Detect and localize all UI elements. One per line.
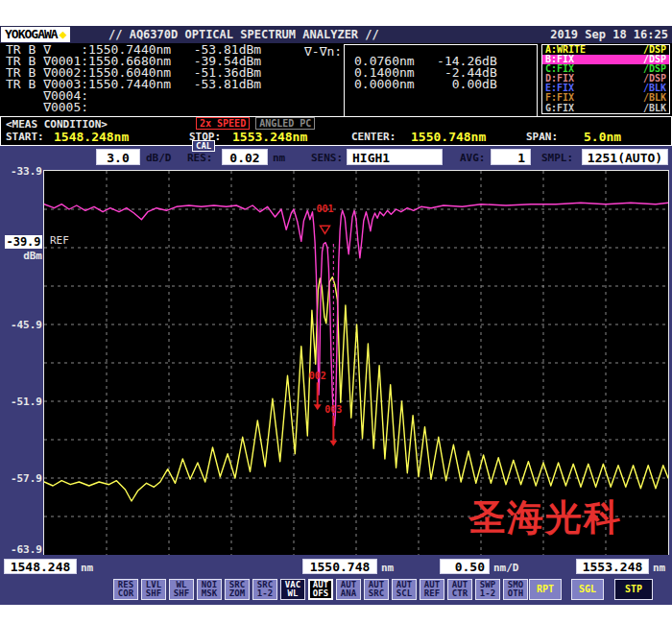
logo-text: YOKOGAWA — [5, 27, 58, 41]
softkey-noi-msk[interactable]: NOIMSK — [197, 579, 222, 600]
softkey-src-zom[interactable]: SRCZOM — [225, 579, 250, 600]
softkey-smo-oth[interactable]: SMOOTH — [503, 579, 528, 600]
meas-field-label: START: — [6, 131, 44, 143]
sweep-key-stp[interactable]: STP — [614, 579, 653, 600]
delta-marker-row: 0.0000nm 0.00dB — [345, 79, 537, 90]
marker-info-area: TR B ∇ :1550.7440nm -53.81dBmTR B ∇0001:… — [0, 43, 672, 117]
softkey-line: 1-2 — [476, 589, 499, 598]
softkey-line: REF — [420, 589, 444, 598]
softkey-line: CTR — [448, 589, 471, 598]
smpl-label: SMPL: — [541, 152, 573, 164]
softkey-line: ZOM — [226, 589, 249, 598]
bottom-bar: 1548.248 nm 1550.748 nm 0.50 nm/D 1553.2… — [0, 555, 672, 605]
x-stop-unit: nm — [653, 562, 665, 574]
softkey-wl-shf[interactable]: WLSHF — [169, 579, 194, 600]
meas-field-label: CENTER: — [351, 131, 396, 143]
x-scale-unit: nm/D — [493, 562, 519, 574]
trace-label: G:FIX — [545, 104, 574, 113]
softkey-aut-ctr[interactable]: AUTCTR — [447, 579, 472, 600]
softkey-src-1-2[interactable]: SRC1-2 — [252, 579, 277, 600]
cal-indicator: CAL — [192, 140, 215, 152]
marker-arrow-head-002 — [314, 404, 322, 410]
softkey-line: MSK — [198, 589, 221, 598]
level-scale-unit: dB/D — [146, 152, 172, 164]
softkey-vac-wl[interactable]: VACWL — [280, 579, 305, 600]
ref-level-box[interactable]: -39.9 — [5, 235, 42, 249]
delta-marker-box: 0.0760nm -14.26dB0.1400nm -2.44dB0.0000n… — [344, 44, 538, 124]
plot-region: -33.9 -39.9 dBm -45.9 -51.9 -57.9 -63.9 … — [0, 171, 672, 555]
softkey-line: SCL — [393, 589, 416, 598]
meas-condition-bar: <MEAS CONDITION> 2x SPEEDANGLED PC START… — [0, 116, 672, 146]
level-scale-field[interactable]: 3.0 — [96, 149, 140, 165]
x-scale-field[interactable]: 0.50 — [440, 559, 490, 574]
marker-triangle-001 — [321, 226, 330, 233]
osa-screen: YOKOGAWA◆ // AQ6370D OPTICAL SPECTRUM AN… — [0, 0, 672, 624]
y-tick: -51.9 — [0, 396, 42, 408]
badge-angled-pc: ANGLED PC — [255, 117, 315, 130]
page-title: // AQ6370D OPTICAL SPECTRUM ANALYZER // — [108, 28, 379, 41]
softkey-lvl-shf[interactable]: LVLSHF — [141, 579, 166, 600]
sens-field[interactable]: HIGH1 — [347, 149, 443, 165]
smpl-field[interactable]: 1251(AUTO) — [582, 149, 668, 165]
softkey-aut-ofs[interactable]: AUTOFS — [308, 579, 333, 600]
y-axis-unit: dBm — [0, 250, 42, 262]
avg-field[interactable]: 1 — [491, 149, 531, 165]
x-stop-field[interactable]: 1553.248 — [576, 559, 649, 574]
trace-status-panel: A:WRITE/DSPB:FIX/DSPC:FIX/DSPD:FIX/DSPE:… — [541, 44, 670, 114]
softkey-line: SRC — [365, 589, 388, 598]
sweep-key-rpt[interactable]: RPT — [529, 579, 562, 600]
status-badges: 2x SPEEDANGLED PC — [196, 117, 315, 130]
meas-field-value[interactable]: 1548.248nm — [54, 130, 129, 144]
settings-bar: 3.0 dB/D CAL RES: 0.02 nm SENS: HIGH1 AV… — [0, 146, 672, 171]
meas-field-label: SPAN: — [526, 131, 558, 143]
delta-marker-label: ∇-∇n: — [304, 44, 342, 59]
softkey-line: SHF — [142, 589, 165, 598]
avg-label: AVG: — [460, 152, 486, 164]
sweep-key-sgl[interactable]: SGL — [571, 579, 604, 600]
x-start-field[interactable]: 1548.248 — [4, 559, 77, 574]
marker-label-002: 002 — [309, 371, 326, 381]
meas-field-value[interactable]: 1553.248nm — [232, 130, 307, 144]
softkey-line: OTH — [504, 589, 527, 598]
softkey-aut-ref[interactable]: AUTREF — [420, 579, 444, 600]
marker-label-001: 001 — [316, 204, 333, 214]
softkey-line: SHF — [170, 589, 193, 598]
marker-arrow-head-003 — [329, 441, 337, 446]
badge-2x-speed: 2x SPEED — [196, 117, 250, 130]
res-field[interactable]: 0.02 — [222, 149, 268, 165]
softkey-res-cor[interactable]: RESCOR — [113, 579, 138, 600]
meas-field-value[interactable]: 1550.748nm — [411, 130, 486, 144]
x-start-unit: nm — [81, 562, 93, 574]
x-center-field[interactable]: 1550.748 — [302, 559, 377, 574]
marker-label-003: 003 — [324, 404, 342, 415]
softkey-line: 1-2 — [253, 589, 276, 598]
softkey-swp-1-2[interactable]: SWP1-2 — [475, 579, 500, 600]
softkey-line: COR — [114, 589, 137, 598]
x-center-unit: nm — [381, 562, 394, 574]
softkey-aut-scl[interactable]: AUTSCL — [392, 579, 417, 600]
res-unit: nm — [273, 152, 285, 164]
sens-label: SENS: — [311, 152, 343, 164]
y-tick: -57.9 — [0, 472, 42, 485]
spectrum-chart: REF 001002003 圣海光科 — [44, 171, 668, 555]
y-tick-top: -33.9 — [0, 165, 42, 178]
softkey-line: WL — [281, 589, 304, 598]
ref-line-label: REF — [50, 234, 69, 247]
softkey-line: OFS — [310, 589, 331, 598]
title-bar: YOKOGAWA◆ // AQ6370D OPTICAL SPECTRUM AN… — [0, 26, 672, 43]
trace-row-g[interactable]: G:FIX/BLK — [542, 104, 669, 113]
y-tick: -45.9 — [0, 319, 42, 331]
softkey-line: ANA — [337, 589, 360, 598]
meas-field-value[interactable]: 5.0nm — [584, 130, 621, 144]
softkey-aut-src[interactable]: AUTSRC — [364, 579, 389, 600]
yokogawa-logo: YOKOGAWA◆ — [1, 27, 70, 42]
res-label: RES: — [187, 152, 213, 164]
softkey-aut-ana[interactable]: AUTANA — [336, 579, 361, 600]
marker-readout-row: ∇0005: — [6, 102, 261, 113]
datetime: 2019 Sep 18 16:25 — [550, 28, 668, 41]
marker-readout-list: TR B ∇ :1550.7440nm -53.81dBmTR B ∇0001:… — [6, 44, 261, 113]
logo-diamond-icon: ◆ — [60, 27, 67, 41]
function-key-row: RESCORLVLSHFWLSHFNOIMSKSRCZOMSRC1-2VACWL… — [113, 579, 531, 600]
watermark-text: 圣海光科 — [468, 493, 622, 542]
trace-mode: /BLK — [643, 104, 666, 113]
